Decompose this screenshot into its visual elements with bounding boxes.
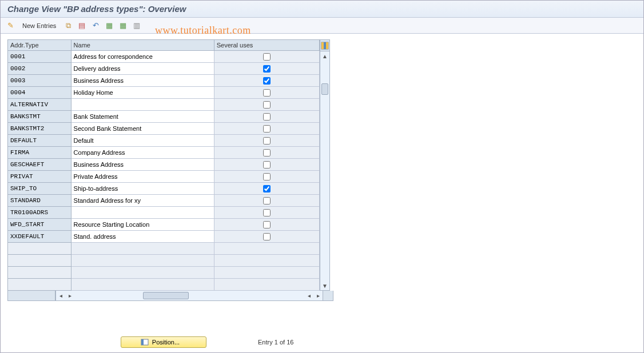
- empty-cell: [71, 243, 214, 255]
- scroll-first-icon[interactable]: ◂: [56, 292, 65, 299]
- name-cell[interactable]: Standard Address for xy: [71, 195, 214, 207]
- vertical-scrollbar[interactable]: ▲ ▼: [320, 39, 330, 291]
- table-row[interactable]: BANKSTMTBank Statement: [8, 111, 320, 123]
- scroll-last-icon[interactable]: ▸: [313, 292, 323, 299]
- addr-type-cell[interactable]: WFD_START: [8, 219, 71, 231]
- several-uses-checkbox[interactable]: [263, 77, 271, 85]
- addr-type-cell[interactable]: TR0100ADRS: [8, 207, 71, 219]
- hscroll-thumb[interactable]: [143, 292, 189, 299]
- table-row[interactable]: GESCHAEFTBusiness Address: [8, 159, 320, 171]
- name-cell[interactable]: [71, 99, 214, 111]
- addr-type-cell[interactable]: ALTERNATIV: [8, 99, 71, 111]
- table-row[interactable]: SHIP_TOShip-to-address: [8, 183, 320, 195]
- table-row[interactable]: 0004Holiday Home: [8, 87, 320, 99]
- position-button[interactable]: Position...: [121, 336, 206, 348]
- name-cell[interactable]: Company Address: [71, 147, 214, 159]
- addr-type-cell[interactable]: BANKSTMT: [8, 111, 71, 123]
- table-row[interactable]: DEFAULTDefault: [8, 135, 320, 147]
- col-header-addr-type[interactable]: Addr.Type: [8, 40, 71, 51]
- table-row[interactable]: PRIVATPrivate Address: [8, 171, 320, 183]
- svg-rect-5: [141, 339, 144, 345]
- several-uses-checkbox[interactable]: [263, 89, 271, 97]
- table-row[interactable]: 0003Business Address: [8, 75, 320, 87]
- data-grid: Addr.Type Name Several uses 0001Address …: [7, 39, 320, 291]
- addr-type-cell[interactable]: 0002: [8, 63, 71, 75]
- toolbar: ✎ New Entries ⧉ ▤ ↶ ▦ ▦ ▥: [1, 18, 643, 34]
- empty-cell: [214, 243, 319, 255]
- table-row[interactable]: STANDARDStandard Address for xy: [8, 195, 320, 207]
- table-row[interactable]: WFD_STARTResource Starting Location: [8, 219, 320, 231]
- name-cell[interactable]: Holiday Home: [71, 87, 214, 99]
- addr-type-cell[interactable]: 0001: [8, 51, 71, 63]
- copy-icon[interactable]: ⧉: [63, 21, 73, 31]
- addr-type-cell[interactable]: FIRMA: [8, 147, 71, 159]
- scroll-up-icon[interactable]: ▲: [320, 51, 329, 61]
- several-uses-checkbox[interactable]: [263, 101, 271, 109]
- addr-type-cell[interactable]: SHIP_TO: [8, 183, 71, 195]
- name-cell[interactable]: Ship-to-address: [71, 183, 214, 195]
- vscroll-track[interactable]: [320, 61, 329, 281]
- table-settings-icon[interactable]: [320, 40, 329, 51]
- name-cell[interactable]: Delivery address: [71, 63, 214, 75]
- col-header-name[interactable]: Name: [71, 40, 214, 51]
- several-uses-cell: [214, 147, 319, 159]
- addr-type-cell[interactable]: GESCHAEFT: [8, 159, 71, 171]
- table-row[interactable]: XXDEFAULTStand. address: [8, 231, 320, 243]
- edit-icon[interactable]: ✎: [5, 21, 15, 31]
- addr-type-cell[interactable]: BANKSTMT2: [8, 123, 71, 135]
- several-uses-checkbox[interactable]: [263, 185, 271, 192]
- several-uses-checkbox[interactable]: [263, 137, 271, 145]
- several-uses-checkbox[interactable]: [263, 53, 271, 61]
- table-row[interactable]: ALTERNATIV: [8, 99, 320, 111]
- undo-icon[interactable]: ↶: [90, 21, 101, 31]
- addr-type-cell[interactable]: PRIVAT: [8, 171, 71, 183]
- several-uses-checkbox[interactable]: [263, 161, 271, 169]
- name-cell[interactable]: Resource Starting Location: [71, 219, 214, 231]
- several-uses-checkbox[interactable]: [263, 221, 271, 228]
- several-uses-checkbox[interactable]: [263, 149, 271, 157]
- col-header-several-uses[interactable]: Several uses: [214, 40, 319, 51]
- addr-type-cell[interactable]: DEFAULT: [8, 135, 71, 147]
- name-cell[interactable]: Bank Statement: [71, 111, 214, 123]
- addr-type-cell[interactable]: 0003: [8, 75, 71, 87]
- title-bar: Change View "BP address types": Overview: [1, 1, 643, 18]
- addr-type-cell[interactable]: STANDARD: [8, 195, 71, 207]
- several-uses-checkbox[interactable]: [263, 65, 271, 73]
- scroll-left-icon[interactable]: ▸: [65, 292, 74, 299]
- name-cell[interactable]: Second Bank Statement: [71, 123, 214, 135]
- name-cell[interactable]: Business Address: [71, 159, 214, 171]
- scroll-down-icon[interactable]: ▼: [320, 281, 329, 290]
- name-cell[interactable]: Address for correspondence: [71, 51, 214, 63]
- vscroll-thumb[interactable]: [321, 83, 328, 95]
- several-uses-checkbox[interactable]: [263, 197, 271, 204]
- deselect-all-icon[interactable]: ▥: [132, 21, 142, 31]
- several-uses-cell: [214, 231, 319, 243]
- several-uses-checkbox[interactable]: [263, 233, 271, 240]
- table-row[interactable]: 0002Delivery address: [8, 63, 320, 75]
- several-uses-checkbox[interactable]: [263, 125, 271, 133]
- addr-type-cell[interactable]: XXDEFAULT: [8, 231, 71, 243]
- select-block-icon[interactable]: ▦: [118, 21, 128, 31]
- new-entries-button[interactable]: New Entries: [19, 21, 59, 30]
- table-row[interactable]: 0001Address for correspondence: [8, 51, 320, 63]
- table-row[interactable]: FIRMACompany Address: [8, 147, 320, 159]
- hscroll-track[interactable]: [74, 291, 304, 300]
- name-cell[interactable]: Business Address: [71, 75, 214, 87]
- table-row[interactable]: TR0100ADRS: [8, 207, 320, 219]
- scroll-right-icon[interactable]: ◂: [304, 292, 313, 299]
- table-row[interactable]: BANKSTMT2Second Bank Statement: [8, 123, 320, 135]
- empty-cell: [71, 255, 214, 267]
- name-cell[interactable]: Stand. address: [71, 231, 214, 243]
- addr-type-cell[interactable]: 0004: [8, 87, 71, 99]
- select-all-icon[interactable]: ▦: [104, 21, 114, 31]
- empty-cell: [71, 279, 214, 291]
- name-cell[interactable]: Default: [71, 135, 214, 147]
- name-cell[interactable]: [71, 207, 214, 219]
- name-cell[interactable]: Private Address: [71, 171, 214, 183]
- several-uses-checkbox[interactable]: [263, 209, 271, 216]
- horizontal-scrollbar[interactable]: ◂ ▸ ◂ ▸: [55, 291, 323, 301]
- several-uses-checkbox[interactable]: [263, 173, 271, 180]
- several-uses-cell: [214, 159, 319, 171]
- delete-icon[interactable]: ▤: [77, 21, 87, 31]
- several-uses-checkbox[interactable]: [263, 113, 271, 121]
